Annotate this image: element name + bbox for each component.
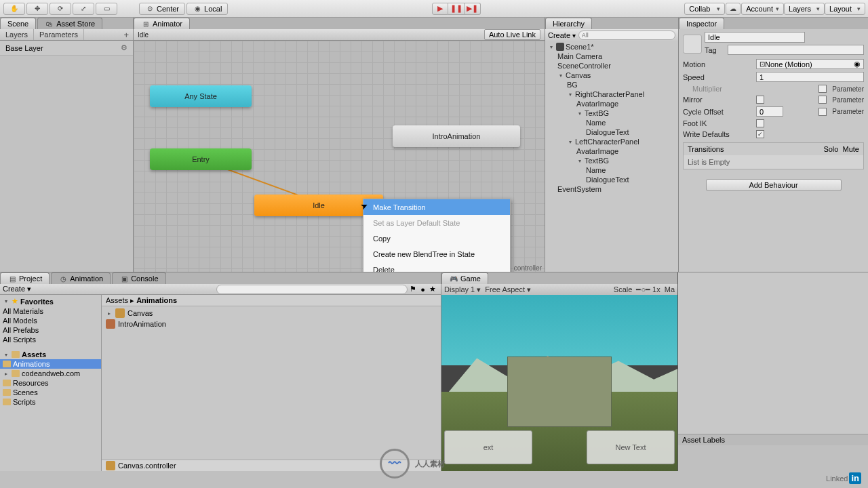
cycle-offset-field[interactable]: 0	[756, 106, 783, 117]
state-name-input[interactable]	[705, 32, 805, 43]
multiplier-param-check[interactable]	[818, 85, 827, 93]
tree-item[interactable]: All Models	[0, 316, 101, 325]
hand-tool[interactable]: ✋	[3, 3, 25, 15]
add-behaviour-button[interactable]: Add Behaviour	[706, 179, 842, 191]
controller-path-label: controller	[514, 264, 542, 272]
tag-field[interactable]	[728, 45, 864, 55]
ctx-create-blendtree[interactable]: Create new BlendTree in State	[363, 246, 510, 262]
display-dropdown[interactable]: Display 1 ▾	[444, 285, 481, 294]
gear-icon[interactable]: ⚙	[121, 43, 127, 52]
tree-item[interactable]: EventSystem	[545, 184, 678, 194]
rotate-tool[interactable]: ⟳	[50, 3, 71, 15]
tree-item[interactable]: ▸codeandweb.com	[0, 369, 101, 378]
center-icon: ⊙	[145, 4, 155, 14]
aspect-dropdown[interactable]: Free Aspect ▾	[485, 285, 531, 294]
search-filter-icon[interactable]: ⚑	[410, 285, 416, 293]
tree-item[interactable]: SceneController	[545, 61, 678, 70]
tree-item[interactable]: ▾TextBG	[545, 156, 678, 165]
hierarchy-search[interactable]	[578, 30, 675, 40]
scale-tool[interactable]: ⤢	[73, 3, 94, 15]
pause-button[interactable]: ❚❚	[448, 3, 465, 15]
scene-row[interactable]: ▾Scene1*	[545, 42, 678, 52]
search-filter-icon[interactable]: ★	[429, 285, 436, 293]
entry-node[interactable]: Entry	[150, 148, 252, 170]
tree-item[interactable]: ▾Canvas	[545, 70, 678, 80]
tree-item[interactable]: Resources	[0, 378, 101, 388]
tree-item[interactable]: Main Camera	[545, 52, 678, 61]
project-tab[interactable]: ▤Project	[0, 272, 50, 284]
project-create-dropdown[interactable]: Create ▾	[3, 285, 31, 293]
game-panel: 🎮Game Display 1 ▾ Free Aspect ▾ Scale ━○…	[441, 272, 678, 471]
scale-slider[interactable]: ━○━ 1x	[636, 285, 660, 294]
motion-field[interactable]: ⊡ None (Motion)◉	[756, 59, 864, 69]
tree-item[interactable]: Name	[545, 165, 678, 175]
tree-item[interactable]: All Materials	[0, 306, 101, 316]
layout-dropdown[interactable]: Layout	[825, 3, 865, 15]
scene-tab[interactable]: Scene	[0, 18, 36, 29]
create-dropdown[interactable]: Create ▾	[548, 31, 576, 39]
file-item[interactable]: IntroAnimation	[104, 319, 438, 329]
pivot-center-toggle[interactable]: ⊙Center	[139, 3, 185, 15]
play-button[interactable]: ▶	[432, 3, 448, 15]
favorites-row[interactable]: ▾★Favorites	[0, 296, 101, 306]
tree-item[interactable]: All Scripts	[0, 335, 101, 344]
file-item[interactable]: ▸Canvas	[104, 308, 438, 319]
local-global-toggle[interactable]: ◉Local	[186, 3, 228, 15]
writedefaults-check[interactable]: ✓	[756, 130, 764, 138]
asset-labels-section[interactable]: Asset Labels	[678, 434, 868, 445]
layers-subtab[interactable]: Layers	[0, 29, 34, 40]
rotate-icon: ⟳	[56, 4, 65, 14]
tree-item[interactable]: DialogueText	[545, 175, 678, 184]
speed-field[interactable]: 1	[756, 72, 864, 82]
search-filter-icon[interactable]: ●	[420, 285, 425, 293]
account-dropdown[interactable]: Account	[741, 3, 784, 15]
parameters-subtab[interactable]: Parameters	[34, 29, 84, 40]
project-breadcrumb[interactable]: Assets ▸ Animations	[102, 295, 441, 306]
game-tab[interactable]: 🎮Game	[441, 272, 488, 284]
move-tool[interactable]: ✥	[26, 3, 48, 15]
tree-item[interactable]: ▾TextBG	[545, 108, 678, 118]
mirror-param-check[interactable]	[818, 96, 827, 104]
play-icon: ▶	[437, 4, 443, 13]
tree-item[interactable]: AvatarImage	[545, 99, 678, 108]
ctx-make-transition[interactable]: Make Transition	[363, 199, 510, 215]
scale-icon: ⤢	[79, 4, 88, 14]
tree-item[interactable]: ▾LeftCharacterPanel	[545, 137, 678, 146]
base-layer-row[interactable]: Base Layer ⚙	[0, 41, 133, 56]
assetstore-icon: 🛍	[45, 19, 54, 28]
tree-item[interactable]: BG	[545, 80, 678, 89]
assets-row[interactable]: ▾Assets	[0, 350, 101, 359]
local-label: Local	[204, 5, 222, 13]
animator-tab[interactable]: ⊞Animator	[134, 18, 190, 29]
step-button[interactable]: ▶❚	[465, 3, 481, 15]
mirror-check[interactable]	[756, 96, 764, 104]
cloud-button[interactable]: ☁	[726, 3, 741, 15]
tree-item[interactable]: Scenes	[0, 388, 101, 397]
breadcrumb[interactable]: Idle	[138, 31, 149, 39]
tree-item[interactable]: Scripts	[0, 397, 101, 407]
hierarchy-tab[interactable]: Hierarchy	[545, 18, 592, 29]
ctx-delete[interactable]: Delete	[363, 262, 510, 272]
rect-tool[interactable]: ▭	[96, 3, 117, 15]
tree-item[interactable]: AvatarImage	[545, 146, 678, 156]
animator-graph[interactable]: Any State Entry Idle IntroAnimation ➤ Ma…	[134, 41, 545, 272]
animation-tab[interactable]: ◷Animation	[51, 272, 111, 284]
tree-item[interactable]: Name	[545, 118, 678, 127]
collab-dropdown[interactable]: Collab	[684, 3, 725, 15]
ctx-copy[interactable]: Copy	[363, 230, 510, 246]
asset-store-tab[interactable]: 🛍Asset Store	[37, 18, 102, 29]
project-search[interactable]	[216, 285, 408, 294]
cycle-param-check[interactable]	[818, 108, 827, 116]
tree-item[interactable]: DialogueText	[545, 127, 678, 137]
layers-dropdown[interactable]: Layers	[784, 3, 825, 15]
footik-check[interactable]	[756, 119, 764, 127]
auto-live-link-toggle[interactable]: Auto Live Link	[484, 29, 540, 40]
inspector-tab[interactable]: Inspector	[679, 18, 724, 29]
tree-item[interactable]: All Prefabs	[0, 325, 101, 335]
tree-item[interactable]: ▾RightCharacterPanel	[545, 89, 678, 99]
add-layer-button[interactable]: +	[119, 30, 133, 40]
tree-item-selected[interactable]: Animations	[0, 359, 101, 369]
intro-animation-node[interactable]: IntroAnimation	[393, 125, 520, 147]
any-state-node[interactable]: Any State	[150, 85, 252, 107]
console-tab[interactable]: ▣Console	[112, 272, 165, 284]
